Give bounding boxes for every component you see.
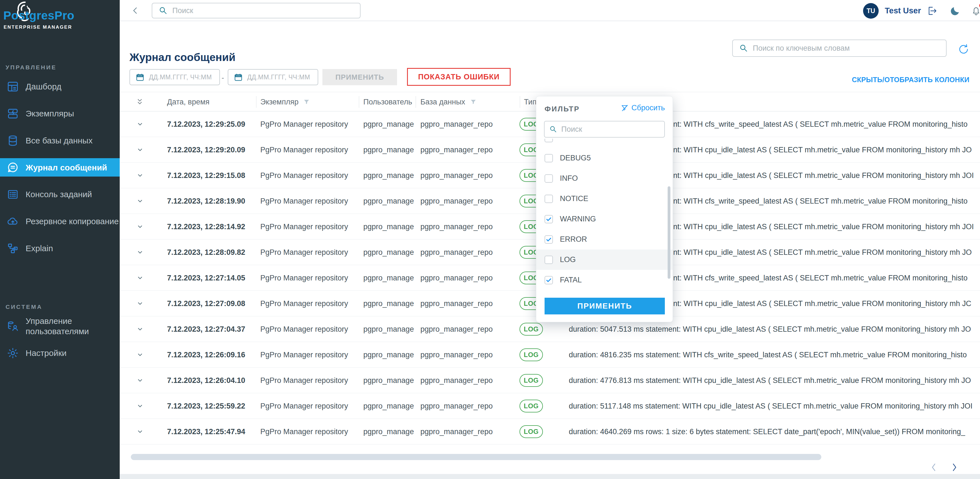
date-to-field[interactable]: ДД.ММ.ГГГГ, ЧЧ:ММ bbox=[228, 69, 318, 85]
row-chevron-icon[interactable] bbox=[136, 428, 144, 436]
sidebar-item-экземпляры[interactable]: Экземпляры bbox=[0, 100, 120, 127]
filter-option-label: FATAL bbox=[560, 276, 582, 284]
sidebar-item-label: Все базы данных bbox=[25, 135, 92, 146]
funnel-icon[interactable] bbox=[470, 98, 477, 105]
cell-user: pgpro_manage bbox=[363, 317, 414, 342]
sidebar-item-резервное-копирование[interactable]: Резервное копирование bbox=[0, 208, 120, 235]
row-chevron-icon[interactable] bbox=[136, 274, 144, 282]
row-chevron-icon[interactable] bbox=[136, 197, 144, 205]
horizontal-scrollbar[interactable] bbox=[131, 454, 821, 460]
filter-option-debug5[interactable]: DEBUG5 bbox=[536, 148, 673, 168]
sidebar-nav: УПРАВЛЕНИЕДашбордЭкземплярыВсе базы данн… bbox=[0, 64, 120, 366]
checkbox-unchecked[interactable] bbox=[544, 154, 553, 162]
filter-search[interactable] bbox=[544, 121, 665, 138]
filter-option-label: ERROR bbox=[560, 235, 587, 243]
user-name: Test User bbox=[885, 6, 921, 15]
logout-icon[interactable] bbox=[926, 5, 937, 17]
row-chevron-icon[interactable] bbox=[136, 325, 144, 333]
row-chevron-icon[interactable] bbox=[136, 171, 144, 180]
global-search-input[interactable] bbox=[172, 6, 360, 15]
checkbox-checked[interactable] bbox=[544, 276, 553, 284]
table-row: 7.12.2023, 12:26:09.16PgPro Manager repo… bbox=[120, 342, 980, 368]
checkbox-unchecked[interactable] bbox=[544, 174, 553, 183]
search-icon bbox=[549, 125, 557, 134]
cell-datetime: 7.12.2023, 12:28:14.92 bbox=[167, 214, 245, 240]
page-title: Журнал сообщений bbox=[129, 51, 235, 64]
sidebar-item-дашборд[interactable]: Дашборд bbox=[0, 73, 120, 100]
cell-database: pgpro_manager_repo bbox=[420, 214, 493, 240]
filter-option-error[interactable]: ERROR bbox=[536, 229, 673, 250]
checkbox-checked[interactable] bbox=[544, 215, 553, 223]
reset-filter-button[interactable]: Сбросить bbox=[621, 103, 665, 112]
type-badge: LOG bbox=[520, 349, 543, 361]
expand-all-icon[interactable] bbox=[135, 97, 145, 107]
avatar[interactable]: TU bbox=[863, 3, 879, 19]
keyword-search[interactable] bbox=[732, 40, 947, 57]
cell-user: pgpro_manage bbox=[363, 214, 414, 240]
cell-instance: PgPro Manager repository bbox=[260, 393, 348, 419]
cell-datetime: 7.12.2023, 12:27:14.05 bbox=[167, 265, 245, 291]
row-chevron-icon[interactable] bbox=[136, 299, 144, 308]
table-row: 7.12.2023, 12:25:59.22PgPro Manager repo… bbox=[120, 393, 980, 419]
sidebar-item-explain[interactable]: Explain bbox=[0, 235, 120, 262]
filter-option-info[interactable]: INFO bbox=[536, 168, 673, 189]
row-chevron-icon[interactable] bbox=[136, 351, 144, 359]
column-header-экземпляр: Экземпляр bbox=[260, 92, 310, 112]
cell-instance: PgPro Manager repository bbox=[260, 111, 348, 137]
cell-database: pgpro_manager_repo bbox=[420, 111, 493, 137]
reset-filter-label: Сбросить bbox=[632, 103, 665, 112]
apply-dates-button[interactable]: ПРИМЕНИТЬ bbox=[322, 69, 397, 85]
global-search[interactable] bbox=[152, 3, 361, 18]
sidebar-item-label: Дашборд bbox=[25, 81, 61, 92]
sidebar-item-все-базы-данных[interactable]: Все базы данных bbox=[0, 127, 120, 154]
back-chevron-icon[interactable] bbox=[130, 6, 140, 16]
sidebar-item-label: Настройки bbox=[25, 348, 67, 358]
filter-option-warning[interactable]: WARNING bbox=[536, 209, 673, 229]
row-chevron-icon[interactable] bbox=[136, 223, 144, 231]
moon-icon[interactable] bbox=[950, 5, 961, 17]
filter-search-input[interactable] bbox=[561, 125, 664, 134]
app-root: PostgresPro ENTERPRISE MANAGER УПРАВЛЕНИ… bbox=[0, 0, 980, 479]
sidebar-item-управление-пользователями[interactable]: Управление пользователями bbox=[0, 312, 120, 339]
sidebar-item-консоль-заданий[interactable]: Консоль заданий bbox=[0, 181, 120, 208]
chevron-left-icon[interactable] bbox=[928, 461, 940, 473]
row-chevron-icon[interactable] bbox=[136, 376, 144, 385]
filter-apply-button[interactable]: ПРИМЕНИТЬ bbox=[544, 298, 665, 314]
type-badge: LOG bbox=[520, 323, 543, 336]
row-chevron-icon[interactable] bbox=[136, 120, 144, 128]
checkbox-unchecked[interactable] bbox=[544, 256, 553, 264]
users-icon bbox=[7, 320, 19, 332]
cell-database: pgpro_manager_repo bbox=[420, 162, 493, 188]
column-header-пользователь: Пользователь bbox=[363, 92, 412, 112]
filter-option-label: LOG bbox=[560, 255, 576, 264]
refresh-icon[interactable] bbox=[957, 43, 970, 56]
toggle-columns-link[interactable]: СКРЫТЬ/ОТОБРАЗИТЬ КОЛОНКИ bbox=[852, 76, 969, 84]
cell-user: pgpro_manage bbox=[363, 162, 414, 188]
funnel-icon[interactable] bbox=[303, 98, 310, 105]
logo-title: PostgresPro bbox=[3, 9, 74, 22]
filter-option-notice[interactable]: NOTICE bbox=[536, 189, 673, 209]
filter-option-fatal[interactable]: FATAL bbox=[536, 270, 673, 290]
date-from-field[interactable]: ДД.ММ.ГГГГ, ЧЧ:ММ bbox=[129, 69, 220, 85]
column-header-label: Дата, время bbox=[167, 98, 209, 107]
row-chevron-icon[interactable] bbox=[136, 402, 144, 410]
cell-message: duration: 4776.813 ms statement: WITH cp… bbox=[569, 368, 978, 393]
keyword-search-input[interactable] bbox=[752, 44, 946, 53]
checkbox-checked[interactable] bbox=[544, 236, 553, 243]
sidebar-item-label: Журнал сообщений bbox=[25, 162, 107, 173]
column-header-база-данных: База данных bbox=[420, 92, 477, 112]
settings-icon bbox=[7, 347, 19, 359]
row-chevron-icon[interactable] bbox=[136, 146, 144, 154]
row-chevron-icon[interactable] bbox=[136, 248, 144, 256]
filter-list-scrollbar[interactable] bbox=[668, 186, 670, 279]
type-badge: LOG bbox=[520, 425, 543, 438]
cell-user: pgpro_manage bbox=[363, 368, 414, 393]
filter-option-log[interactable]: LOG bbox=[536, 250, 673, 270]
sidebar-item-журнал-сообщений[interactable]: Журнал сообщений bbox=[0, 158, 120, 177]
sidebar-item-настройки[interactable]: Настройки bbox=[0, 339, 120, 366]
chevron-right-icon[interactable] bbox=[948, 461, 961, 473]
checkbox-unchecked[interactable] bbox=[544, 195, 553, 203]
show-errors-button[interactable]: ПОКАЗАТЬ ОШИБКИ bbox=[407, 68, 511, 86]
bell-icon[interactable] bbox=[970, 5, 980, 17]
column-header-дата-время: Дата, время bbox=[167, 92, 209, 112]
